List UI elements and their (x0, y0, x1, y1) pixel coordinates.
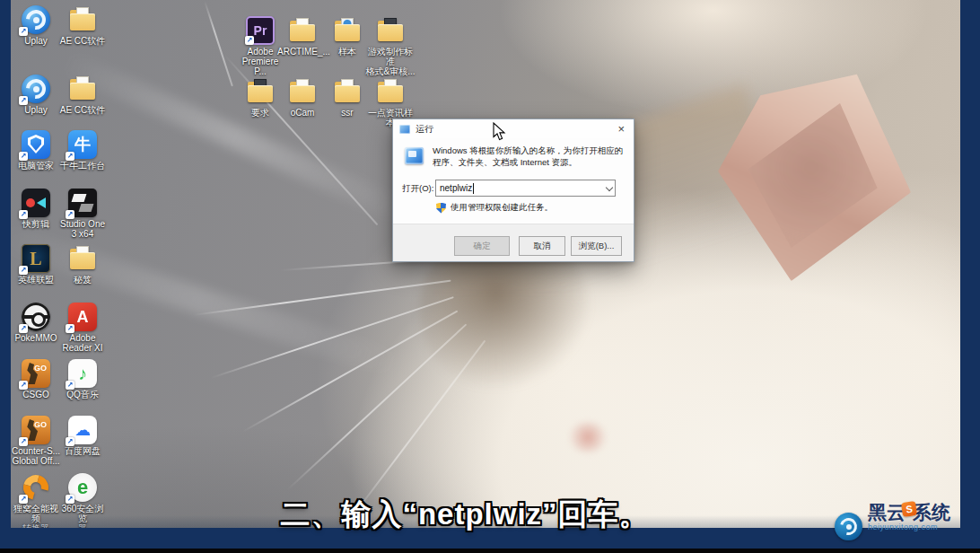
desktop-icon-miji-folder[interactable]: 秘笈 (57, 244, 108, 285)
app-icon: GO (22, 359, 50, 388)
desktop-icon-label: Adobe Reader XI (57, 333, 108, 353)
shortcut-arrow-badge-icon (66, 381, 74, 390)
shortcut-arrow-badge-icon (19, 381, 28, 390)
desktop-icon-label: Uplay (11, 105, 61, 115)
mouse-cursor (493, 122, 506, 142)
text-caret (473, 183, 474, 194)
desktop-icon-lol[interactable]: L 英雄联盟 (11, 244, 61, 285)
desktop-icon-uplay-1[interactable]: Uplay (11, 5, 61, 46)
app-icon (68, 244, 97, 273)
desktop-icon-label: AE CC软件 (57, 105, 108, 115)
app-icon (333, 16, 362, 45)
app-icon (22, 189, 50, 217)
desktop-icon-label: Uplay (11, 36, 61, 46)
app-icon: L (22, 244, 50, 273)
desktop-icon-counter-strike[interactable]: GO Counter-S... Global Off... (11, 416, 61, 466)
watermark: 黑云 S 系统 heiyunxitong.com (835, 503, 950, 540)
shortcut-arrow-badge-icon (19, 324, 28, 333)
desktop-icon-label: 千牛工作台 (57, 161, 108, 171)
app-icon: A (68, 303, 97, 331)
shortcut-arrow-badge-icon (66, 437, 74, 446)
app-icon (288, 77, 317, 106)
desktop-icon-label: 英雄联盟 (11, 275, 61, 285)
app-icon-decoration (296, 79, 309, 92)
watermark-brand-right: 系统 (913, 503, 950, 522)
desktop: Uplay AE CC软件 Uplay AE CC软件 电脑管家 牛 (11, 0, 960, 528)
browse-button[interactable]: 浏览(B)... (571, 236, 622, 256)
chevron-down-icon[interactable] (606, 185, 613, 192)
desktop-icon-label: 电脑管家 (11, 161, 61, 171)
desktop-icon-label: PokeMMO (11, 333, 61, 343)
desktop-icon-label: 快剪辑 (11, 219, 61, 229)
watermark-domain: heiyunxitong.com (868, 523, 950, 531)
shortcut-arrow-badge-icon (19, 27, 28, 36)
run-dialog-titlebar[interactable]: 运行 × (393, 119, 634, 138)
app-icon: 牛 (68, 130, 97, 159)
desktop-icon-uplay-2[interactable]: Uplay (11, 75, 61, 115)
desktop-icon-label: Studio One 3 x64 (57, 219, 108, 239)
shortcut-arrow-badge-icon (19, 437, 28, 446)
watermark-logo-icon (835, 513, 862, 540)
desktop-icon-game-std-folder[interactable]: 游戏制作标准 格式&审核... (365, 16, 416, 76)
uac-shield-icon (436, 203, 446, 214)
ok-button[interactable]: 确定 (454, 236, 510, 256)
app-icon: ♪ (68, 359, 97, 388)
shortcut-arrow-badge-icon (19, 152, 28, 161)
run-dialog-title: 运行 (416, 123, 433, 136)
app-icon (68, 5, 97, 34)
desktop-icon-kuaijianji[interactable]: 快剪辑 (11, 189, 61, 229)
desktop-icon-label: 360安全浏览 器 (57, 504, 108, 528)
shortcut-arrow-badge-icon (245, 36, 254, 45)
app-icon (22, 75, 50, 103)
open-label: 打开(O): (402, 183, 433, 195)
desktop-icon-studio-one[interactable]: Studio One 3 x64 (57, 189, 108, 239)
desktop-icons: Uplay AE CC软件 Uplay AE CC软件 电脑管家 牛 (11, 0, 960, 528)
run-icon (405, 147, 424, 164)
run-dialog-footer: 确定 取消 浏览(B)... (393, 224, 634, 261)
desktop-icon-pokemmo[interactable]: PokeMMO (11, 303, 61, 343)
cancel-button[interactable]: 取消 (519, 236, 565, 256)
shortcut-arrow-badge-icon (19, 96, 28, 105)
desktop-icon-qianniu[interactable]: 牛 千牛工作台 (57, 130, 108, 171)
app-icon (333, 77, 362, 106)
desktop-icon-ocam-folder[interactable]: oCam (277, 77, 328, 118)
close-icon[interactable]: × (615, 123, 627, 135)
app-icon: ☁ (68, 416, 97, 444)
desktop-icon-browser-360[interactable]: e 360安全浏览 器 (57, 473, 108, 528)
run-input-value[interactable]: netplwiz (440, 183, 472, 193)
desktop-icon-pc-manager[interactable]: 电脑管家 (11, 130, 61, 171)
desktop-icon-leawo[interactable]: 狸窝全能视频 转换器 (11, 473, 61, 528)
subtitle-caption: 二、输入“netplwiz”回车。 (280, 495, 649, 535)
shortcut-arrow-badge-icon (66, 324, 74, 333)
desktop-icon-label: Counter-S... Global Off... (11, 446, 61, 466)
app-icon (376, 77, 405, 106)
app-icon (68, 189, 97, 217)
desktop-icon-label: 游戏制作标准 格式&审核... (365, 47, 416, 76)
desktop-icon-csgo[interactable]: GO CSGO (11, 359, 61, 399)
shortcut-arrow-badge-icon (66, 210, 74, 219)
app-icon-decoration (76, 246, 89, 259)
app-icon-decoration (296, 18, 309, 31)
desktop-icon-label: 秘笈 (57, 275, 108, 285)
desktop-icon-adobe-reader[interactable]: A Adobe Reader XI (57, 303, 108, 353)
desktop-icon-ae-cc-folder-2[interactable]: AE CC软件 (57, 75, 108, 115)
run-input-combobox[interactable]: netplwiz (435, 180, 616, 197)
desktop-icon-label: ARCTIME_... (277, 47, 328, 57)
app-icon-decoration (341, 79, 354, 92)
desktop-icon-label: 百度网盘 (57, 446, 108, 456)
desktop-icon-ae-cc-folder-1[interactable]: AE CC软件 (57, 5, 108, 46)
desktop-icon-qq-music[interactable]: ♪ QQ音乐 (57, 359, 108, 399)
app-icon-decoration (76, 76, 89, 89)
desktop-icon-baidu-pan[interactable]: ☁ 百度网盘 (57, 416, 108, 456)
app-icon-decoration (384, 79, 397, 92)
app-icon-decoration (384, 18, 397, 31)
app-icon (22, 303, 50, 331)
shortcut-arrow-badge-icon (66, 495, 74, 504)
watermark-s-badge-icon: S (901, 500, 917, 516)
desktop-icon-arctime-folder[interactable]: ARCTIME_... (277, 16, 328, 57)
app-icon (68, 75, 97, 103)
shortcut-arrow-badge-icon (19, 495, 28, 504)
watermark-brand-left: 黑云 (868, 503, 906, 522)
run-app-icon (399, 125, 410, 134)
app-icon-decoration (254, 79, 267, 92)
